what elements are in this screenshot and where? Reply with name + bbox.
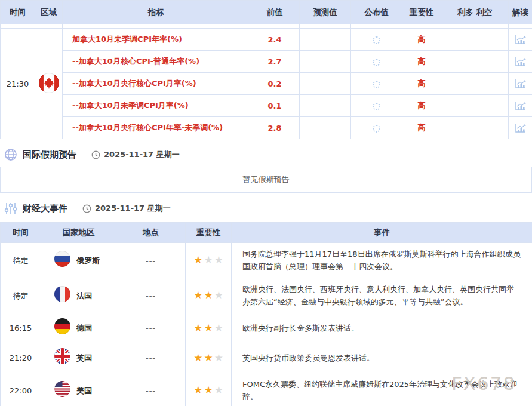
event-location: --- [116, 278, 186, 313]
calendar-row: --加拿大10月央行核心CPI年率-未季调(%) 2.8 高 [1, 117, 532, 139]
column-header: 地点 [116, 223, 186, 243]
country-name: 英国 [76, 352, 92, 364]
bull-bear-value [441, 95, 509, 117]
economic-calendar-page: 时间区域指标前值预测值公布值重要性利多 利空解读 21:30 加拿大10月未季调… [0, 0, 532, 406]
globe-icon [4, 148, 17, 161]
importance-star-icon: ★ [193, 289, 202, 301]
event-location: --- [116, 373, 186, 406]
interpret-chart-icon[interactable] [515, 79, 527, 89]
loading-spinner-icon [373, 81, 380, 88]
fr-flag-icon [54, 286, 70, 302]
column-header: 重要性 [186, 223, 232, 243]
event-description: 欧洲央行副行长金多斯发表讲话。 [232, 313, 532, 343]
indicator-name: --加拿大10月未季调CPI月率(%) [72, 101, 189, 110]
canada-flag-icon [39, 73, 59, 93]
importance-star-icon: ★ [193, 254, 202, 266]
interpret-chart-icon[interactable] [515, 123, 527, 133]
event-country-cell: 法国 [41, 278, 116, 313]
loading-spinner-icon [373, 36, 380, 44]
importance-value: 高 [402, 73, 441, 95]
column-header: 利多 利空 [441, 1, 509, 24]
previous-value: 0.1 [250, 95, 300, 117]
importance-star-icon: ★ [193, 322, 202, 334]
event-time: 21:20 [1, 343, 41, 373]
published-value [351, 95, 402, 117]
column-header: 区域 [35, 1, 63, 24]
interpret-cell[interactable] [509, 73, 532, 95]
column-header: 指标 [63, 1, 250, 24]
events-header-row: 时间国家地区地点重要性事件 [1, 223, 532, 243]
column-header: 解读 [509, 1, 532, 24]
event-row: 16:15 德国 --- ★★★ 欧洲央行副行长金多斯发表讲话。 [1, 313, 532, 343]
country-flag [54, 286, 70, 306]
event-location: --- [116, 343, 186, 373]
calendar-header-row: 时间区域指标前值预测值公布值重要性利多 利空解读 [1, 1, 532, 24]
previous-value: 2.4 [250, 29, 300, 51]
economic-data-table: 时间区域指标前值预测值公布值重要性利多 利空解读 21:30 加拿大10月未季调… [0, 0, 532, 139]
event-time: 待定 [1, 243, 41, 278]
event-description: 国务院总理李强于11月17日至18日出席在俄罗斯莫斯科举行的上海合作组织成员国政… [232, 243, 532, 278]
events-section-title: 财经大事件 [23, 203, 67, 214]
event-description: 欧洲央行、法国央行、西班牙央行、意大利央行、加拿大央行、英国央行共同举办第六届“… [232, 278, 532, 313]
country-name: 法国 [76, 290, 92, 302]
event-time: 待定 [1, 278, 41, 313]
published-value [351, 117, 402, 139]
interpret-cell[interactable] [509, 29, 532, 51]
bull-bear-value [441, 73, 509, 95]
previous-value: 2.8 [250, 117, 300, 139]
importance-star-icon: ★ [193, 384, 202, 396]
events-section-header: 财经大事件 2025-11-17 星期一 [0, 201, 532, 216]
importance-value: 高 [402, 95, 441, 117]
indicator-cell[interactable]: --加拿大10月未季调CPI月率(%) [63, 95, 250, 117]
event-location: --- [116, 243, 186, 278]
interpret-chart-icon[interactable] [515, 101, 527, 111]
event-location: --- [116, 313, 186, 343]
importance-star-icon: ★ [214, 384, 223, 396]
importance-stars: ★★★ [186, 373, 232, 406]
indicator-name: --加拿大10月央行核心CPI年率-未季调(%) [72, 123, 223, 132]
bull-bear-value [441, 117, 509, 139]
interpret-cell[interactable] [509, 117, 532, 139]
indicator-cell[interactable]: --加拿大10月央行核心CPI月率(%) [63, 73, 250, 95]
importance-star-icon: ★ [193, 352, 202, 364]
indicator-name: --加拿大10月核心CPI-普通年率(%) [72, 57, 199, 66]
de-flag-icon [54, 318, 70, 334]
clock-icon [82, 204, 91, 213]
region-cell [35, 29, 63, 139]
interpret-chart-icon[interactable] [515, 35, 527, 45]
indicator-cell[interactable]: 加拿大10月未季调CPI年率(%) [63, 29, 250, 51]
country-name: 德国 [76, 322, 92, 334]
country-flag [54, 381, 70, 401]
event-country-cell: 德国 [41, 313, 116, 343]
indicator-name: --加拿大10月央行核心CPI月率(%) [72, 79, 196, 88]
events-table: 时间国家地区地点重要性事件 待定 俄罗斯 --- ★★★ 国务院总理李强于11月… [0, 222, 532, 406]
importance-star-icon: ★ [204, 322, 213, 334]
calendar-row: --加拿大10月未季调CPI月率(%) 0.1 高 [1, 95, 532, 117]
interpret-chart-icon[interactable] [515, 57, 527, 67]
holiday-empty-box: 暂无假期预告 [0, 167, 532, 193]
importance-star-icon: ★ [204, 384, 213, 396]
importance-value: 高 [402, 29, 441, 51]
event-country-cell: 美国 [41, 373, 116, 406]
interpret-cell[interactable] [509, 51, 532, 73]
importance-star-icon: ★ [214, 289, 223, 301]
event-row: 21:20 英国 --- ★★★ 英国央行货币政策委员曼恩发表讲话。 [1, 343, 532, 373]
importance-stars: ★★★ [186, 278, 232, 313]
column-header: 时间 [1, 223, 41, 243]
event-description: 英国央行货币政策委员曼恩发表讲话。 [232, 343, 532, 373]
indicator-cell[interactable]: --加拿大10月央行核心CPI年率-未季调(%) [63, 117, 250, 139]
forecast-value [300, 73, 351, 95]
country-name: 俄罗斯 [76, 254, 100, 267]
published-value [351, 51, 402, 73]
loading-spinner-icon [373, 125, 380, 133]
event-row: 22:00 美国 --- ★★★ FOMC永久票委、纽约联储主席威廉姆斯在202… [1, 373, 532, 406]
uk-flag-icon [54, 348, 70, 364]
importance-stars: ★★★ [186, 243, 232, 278]
published-value [351, 29, 402, 51]
event-time: 22:00 [1, 373, 41, 406]
interpret-cell[interactable] [509, 95, 532, 117]
forecast-value [300, 51, 351, 73]
indicator-cell[interactable]: --加拿大10月核心CPI-普通年率(%) [63, 51, 250, 73]
calendar-row: --加拿大10月央行核心CPI月率(%) 0.2 高 [1, 73, 532, 95]
holiday-empty-text: 暂无假期预告 [243, 174, 290, 185]
